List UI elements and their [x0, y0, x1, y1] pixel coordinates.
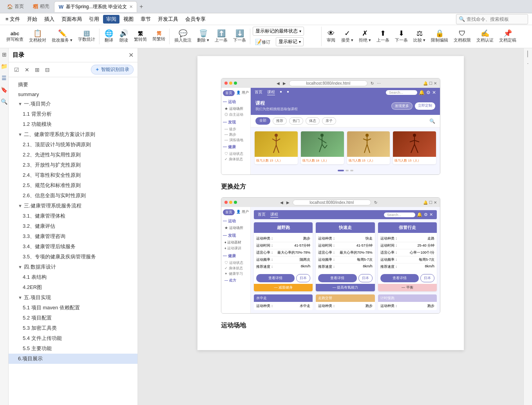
doc-rights-button[interactable]: 🛡 文档权限	[451, 29, 473, 44]
svg-line-5	[276, 145, 279, 153]
toc-item-s5-1[interactable]: 5.1 项目 maven 依赖配置	[9, 303, 138, 313]
toc-item-summary-en[interactable]: summary	[9, 90, 138, 99]
sidebar-sport-label: — 运动	[223, 99, 249, 105]
toc-check-icon[interactable]: ✕	[23, 66, 31, 74]
add-tab-button[interactable]: +	[139, 3, 143, 10]
excard2-detail-btn[interactable]: 查看详情	[318, 274, 356, 282]
toc-item-s2-3[interactable]: 2.3、开放性与扩充性原则	[9, 160, 138, 170]
doc-finalize-button[interactable]: 📌 文档定稿	[497, 29, 519, 44]
toc-item-s3-5[interactable]: 3.5、专项的健康及疾病管理服务	[9, 252, 138, 262]
compare-button[interactable]: ⚖ 比较 ▾	[411, 29, 428, 44]
toc-item-s2-2[interactable]: 2.2、先进性与实用性原则	[9, 150, 138, 160]
filter-hot[interactable]: 热门	[289, 117, 303, 125]
search-input[interactable]	[467, 16, 525, 22]
nav-folder-icon[interactable]: 📁	[0, 62, 8, 70]
toc-item-s5-4[interactable]: 5.4 文件上传功能	[9, 333, 138, 343]
toc-collapse-all[interactable]: ☑	[13, 66, 21, 74]
reject-button[interactable]: ✗ 拒绝 ▾	[356, 29, 373, 44]
show-state-dropdown[interactable]: 显示标记的最终状态 ▾	[253, 27, 304, 36]
toc-item-s2-6[interactable]: 2.6、信息全面与实时性原则	[9, 191, 138, 201]
toc-close-button[interactable]: ✕	[128, 51, 134, 59]
excard1-row4: 运动频率：隔两次	[256, 256, 310, 263]
track-changes-button[interactable]: 📝 修订	[253, 37, 273, 46]
prev-change-button[interactable]: ⬆ 上一条	[374, 29, 392, 44]
to-simplified-button[interactable]: 繁 繁转简	[132, 30, 149, 44]
nav-search-icon[interactable]: 🔍	[0, 98, 8, 105]
excard1-return-btn[interactable]: 归本	[296, 274, 310, 282]
menu-member[interactable]: 会员专享	[182, 15, 209, 24]
doc-auth-button[interactable]: ✍ 文档认证	[474, 29, 496, 44]
filter-recommend[interactable]: 推荐	[273, 117, 287, 125]
toolbar-search[interactable]: 🔍	[456, 14, 528, 24]
next-comment-button[interactable]: ⬇️ 下一条	[231, 29, 248, 44]
yoga-course-title-bar: 课程 我们为您精挑细选瑜伽课程 发现更多 立即定制	[251, 97, 440, 115]
spell-check-button[interactable]: abc 拼写检查	[4, 30, 26, 44]
menu-ref[interactable]: 引用	[86, 15, 102, 24]
toc-item-s5-5[interactable]: 5.5 主要功能	[9, 343, 138, 354]
nav-toc-icon[interactable]: ☰	[1, 74, 7, 82]
translate-button[interactable]: 🌐 翻译	[102, 29, 116, 44]
toc-expand-icon[interactable]: ⊞	[33, 66, 41, 74]
toc-item-s4-2[interactable]: 4.2ER图	[9, 282, 138, 292]
yoga-custom-btn[interactable]: 立即定制	[415, 102, 435, 110]
excard3-detail-btn[interactable]: 查看详情	[380, 274, 419, 282]
accept-button[interactable]: ✓ 接受 ▾	[339, 29, 356, 44]
ex-sidebar-header: 首页 👤 用户	[223, 209, 249, 215]
excard3-return-btn[interactable]: 归本	[420, 274, 434, 282]
toc-item-section4[interactable]: ▼四.数据库设计	[9, 262, 138, 272]
menu-view[interactable]: 视图	[120, 15, 137, 24]
filter-kids[interactable]: 亲子	[322, 117, 336, 125]
doc-check-button[interactable]: 📋 文档校对	[27, 29, 49, 44]
excard1-detail-btn[interactable]: 查看详情	[256, 274, 295, 282]
toc-item-s4-1[interactable]: 4.1 表结构	[9, 272, 138, 282]
restrict-edit-button[interactable]: 🔒 限制编辑	[429, 29, 451, 44]
toc-item-s5-2[interactable]: 5.2 项目配置	[9, 313, 138, 323]
toc-item-s1-1[interactable]: 1.1 背景分析	[9, 109, 138, 119]
toc-item-s3-3[interactable]: 3.3、健康管理咨询	[9, 231, 138, 242]
nav-grid-icon[interactable]: ⊞	[1, 51, 7, 58]
insert-comment-button[interactable]: 💬 插入批注	[172, 29, 194, 44]
show-markup-dropdown[interactable]: 显示标记 ▾	[276, 37, 304, 46]
menu-file[interactable]: ≡ 文件	[2, 15, 23, 24]
toc-item-section6[interactable]: 6.项目展示	[9, 354, 138, 364]
delete-comment-button[interactable]: 🗑️ 删除 ▾	[195, 29, 212, 44]
toc-item-summary[interactable]: 摘要	[9, 80, 138, 90]
doc-area[interactable]: ◀ ▶ localhost:8080/index.html ↻ ⋯ 🔔 ☐ ✕ …	[138, 48, 523, 405]
toc-item-s2-4[interactable]: 2.4、可靠性和安全性原则	[9, 170, 138, 180]
tab-close-icon[interactable]: ✕	[129, 4, 133, 9]
tab-home[interactable]: 🏠 首页	[3, 1, 28, 12]
ai-toc-button[interactable]: ✦ 智能识别目录	[91, 65, 134, 74]
menu-start[interactable]: 开始	[24, 15, 40, 24]
prev-comment-button[interactable]: ⬆️ 上一条	[212, 29, 230, 44]
tab-daoke[interactable]: 稻 稻壳	[29, 1, 53, 12]
word-count-button[interactable]: 🔢 字数统计	[76, 30, 98, 44]
next-change-button[interactable]: ⬇ 下一条	[393, 29, 410, 44]
menu-chapter[interactable]: 章节	[138, 15, 154, 24]
filter-all[interactable]: 全部	[255, 117, 270, 125]
yoga-discover-btn[interactable]: 发现更多	[391, 102, 413, 110]
toc-item-s2-1[interactable]: 2.1、顶层设计与统筹协调原则	[9, 140, 138, 150]
toc-item-section3[interactable]: ▼三.健康管理系统服务流程	[9, 201, 138, 211]
toc-item-s1-2[interactable]: 1.2 功能模块	[9, 119, 138, 129]
nav-bookmark-icon[interactable]: 🔖	[0, 86, 8, 94]
toc-item-s5-3[interactable]: 5.3 加密工具类	[9, 323, 138, 333]
toc-collapse-icon[interactable]: ⊟	[43, 66, 51, 74]
menu-insert[interactable]: 插入	[41, 15, 58, 24]
review-button[interactable]: 👁 审阅	[324, 29, 338, 44]
tab-doc[interactable]: W 基于Spring...理系统 毕业论文 ✕	[54, 1, 137, 12]
toc-item-s3-4[interactable]: 3.4、健康管理后续服务	[9, 242, 138, 252]
read-aloud-button[interactable]: 🔊 朗读	[117, 29, 131, 44]
menu-layout[interactable]: 页面布局	[58, 15, 85, 24]
toc-item-section2[interactable]: ▼二、健康管理系统方案设计原则	[9, 129, 138, 140]
menu-review[interactable]: 审阅	[103, 15, 119, 24]
toc-item-s3-1[interactable]: 3.1、健康管理体检	[9, 211, 138, 221]
filter-posture[interactable]: 体态	[306, 117, 320, 125]
menu-dev[interactable]: 开发工具	[155, 15, 181, 24]
excard2-return-btn[interactable]: 归本	[358, 274, 373, 282]
toc-item-s2-5[interactable]: 2.5、规范化和标准性原则	[9, 180, 138, 191]
toc-item-section1[interactable]: ▼一.项目简介	[9, 99, 138, 109]
toc-item-section5[interactable]: ▼五.项目实现	[9, 292, 138, 303]
batch-service-button[interactable]: ✏️ 批改服务 ▾	[49, 29, 75, 44]
toc-item-s3-2[interactable]: 3.2、健康评估	[9, 221, 138, 231]
to-traditional-button[interactable]: 简 简繁转	[150, 30, 168, 43]
